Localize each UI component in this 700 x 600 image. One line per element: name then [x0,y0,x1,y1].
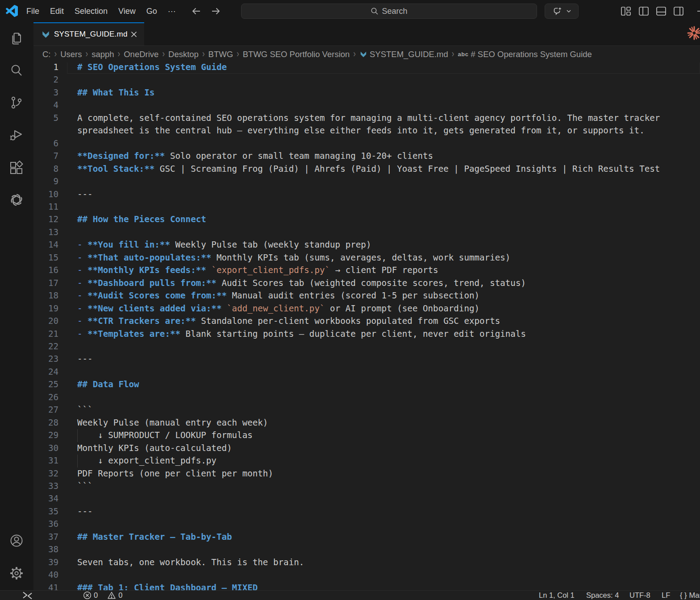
editor-line-16: 16- **Monthly KPIs feeds:** `export_clie… [33,264,700,277]
code-text [77,366,690,378]
customize-layout-button[interactable] [620,5,632,17]
breadcrumb-separator: › [162,49,165,60]
indentation-status[interactable]: Spaces: 4 [586,591,619,600]
line-number: 3 [33,87,58,99]
breadcrumb-item[interactable]: Desktop [168,50,199,59]
markdown-file-icon [41,30,50,39]
menu-view[interactable]: View [113,7,141,16]
encoding-status[interactable]: UTF-8 [629,591,650,600]
line-number: 21 [33,328,58,340]
editor-line-6: 6 [33,137,700,150]
breadcrumb-item[interactable]: OneDrive [124,50,158,59]
line-number: 2 [33,74,58,86]
language-mode[interactable]: { }Markdown [680,591,700,600]
error-count: 0 [94,591,98,600]
breadcrumb-item[interactable]: C: [42,50,51,59]
editor-line-27: 27``` [33,404,700,416]
cursor-position[interactable]: Ln 1, Col 1 [539,591,575,600]
code-text: ## What This Is [77,87,690,99]
line-number: 20 [33,315,58,327]
menu-selection[interactable]: Selection [69,7,113,16]
account-icon[interactable] [9,533,24,548]
editor-line-21: 21- **Templates are:** Blank starting po… [33,328,700,340]
run-debug-icon[interactable] [9,128,24,143]
settings-gear-icon[interactable] [9,566,24,581]
editor-line-41: 41### Tab 1: Client Dashboard — MIXED [33,582,700,590]
code-text [77,543,690,556]
code-text: # SEO Operations System Guide [77,62,690,74]
editor-action-burst-icon[interactable] [686,25,700,41]
breadcrumb-item[interactable]: Users [60,50,82,59]
code-text [77,201,690,213]
editor-line-30: 30Monthly KPIs (auto-calculated) [33,442,700,455]
source-control-icon[interactable] [9,95,24,110]
line-number: 22 [33,340,58,353]
breadcrumb-separator: › [85,49,88,60]
breadcrumb-item[interactable]: BTWG SEO Portfolio Version [243,50,350,59]
editor-line-9: 9 [33,175,700,188]
line-number: 24 [33,366,58,378]
code-text: **Designed for:** Solo operator or small… [77,150,690,162]
chevron-down-icon [566,8,571,14]
tab-strip: SYSTEM_GUIDE.md [33,22,700,46]
line-number: 28 [33,417,58,429]
tab-system-guide[interactable]: SYSTEM_GUIDE.md [33,22,144,46]
editor-line-37: 37## Master Tracker — Tab-by-Tab [33,531,700,543]
command-center-search[interactable]: Search [241,4,537,19]
eol-status[interactable]: LF [662,591,670,600]
line-number: 29 [33,429,58,442]
code-text: - **Monthly KPIs feeds:** `export_client… [77,264,690,277]
copilot-chat-button[interactable] [545,4,579,19]
code-text: ``` [77,480,690,492]
forward-arrow-button[interactable] [208,4,223,18]
line-number: 13 [33,226,58,239]
toggle-panel-button[interactable] [655,5,667,17]
line-number: 9 [33,175,58,188]
editor-line-5: 5A complete, self-contained SEO operatio… [33,112,700,137]
code-text: - **You fill in:** Weekly Pulse tab (wee… [77,239,690,251]
editor-line-32: 32PDF Reports (one per client per month) [33,468,700,480]
code-text [77,569,690,581]
status-bar: 0 0 Ln 1, Col 1 Spaces: 4 UTF-8 LF { }Ma… [0,590,700,600]
window-controls-partial-icon[interactable] [696,5,700,17]
menu-go[interactable]: Go [141,7,162,16]
code-text [77,518,690,530]
code-text [77,340,690,353]
problems-status[interactable]: 0 0 [83,591,122,600]
remote-indicator[interactable] [21,591,33,600]
menu-edit[interactable]: Edit [45,7,69,16]
extensions-icon[interactable] [9,161,24,176]
line-number: 25 [33,378,58,391]
symbol-text-icon: abc [458,51,468,58]
editor-line-24: 24 [33,366,700,378]
editor-line-35: 35--- [33,505,700,518]
line-number: 6 [33,137,58,150]
line-number: 7 [33,150,58,162]
toggle-secondary-sidebar-button[interactable] [673,5,684,17]
editor-pane[interactable]: 1# SEO Operations System Guide23## What … [33,62,700,590]
breadcrumb-item[interactable]: SYSTEM_GUIDE.md [359,50,448,59]
editor-line-22: 22 [33,340,700,353]
code-text: - **CTR Trackers are:** Standalone per-c… [77,315,690,327]
editor-group: SYSTEM_GUIDE.md C:›Users›sapph›OneDrive›… [33,22,700,590]
tab-close-icon[interactable] [129,30,138,39]
editor-line-10: 10--- [33,188,700,201]
editor-line-39: 39Seven tabs, one workbook. This is the … [33,556,700,569]
editor-line-12: 12## How the Pieces Connect [33,213,700,226]
editor-line-14: 14- **You fill in:** Weekly Pulse tab (w… [33,239,700,251]
search-sidebar-icon[interactable] [9,63,24,78]
breadcrumb-item[interactable]: BTWG [208,50,233,59]
breadcrumb-item[interactable]: sapph [92,50,114,59]
code-text: - **That auto-populates:** Monthly KPIs … [77,252,690,264]
breadcrumb-separator: › [117,49,121,60]
breadcrumb-item[interactable]: abc# SEO Operations System Guide [458,50,592,59]
back-arrow-button[interactable] [189,4,204,18]
editor-line-33: 33``` [33,480,700,492]
toggle-primary-sidebar-button[interactable] [638,5,650,17]
editor-line-25: 25## Data Flow [33,378,700,391]
editor-line-2: 2 [33,74,700,86]
menu-file[interactable]: File [21,7,45,16]
openai-chatgpt-icon[interactable] [9,192,24,207]
menu-[interactable]: ··· [162,7,181,16]
explorer-icon[interactable] [9,31,24,46]
